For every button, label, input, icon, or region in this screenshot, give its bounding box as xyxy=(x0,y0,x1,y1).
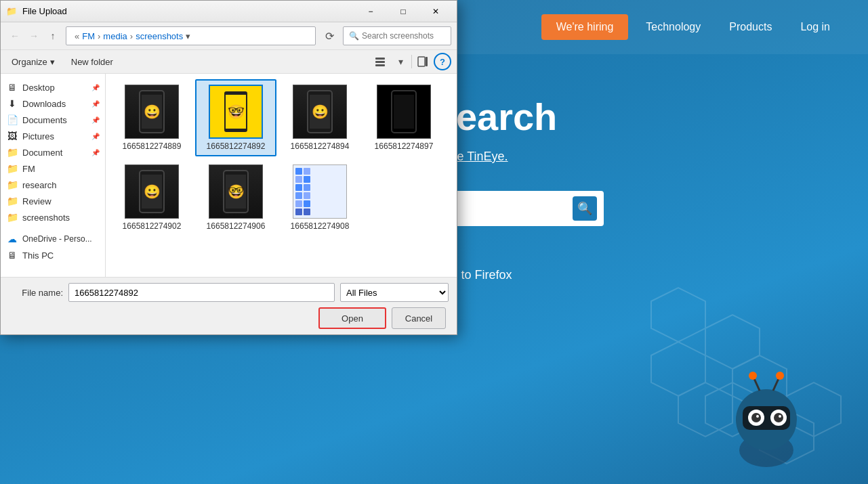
sidebar-item-fm[interactable]: 📁 FM xyxy=(1,160,105,177)
nav-arrows: ← → ↑ xyxy=(6,27,62,45)
pin-icon-5: 📌 xyxy=(91,149,100,156)
this-pc-label: This PC xyxy=(22,250,54,261)
pin-icon-2: 📌 xyxy=(91,100,100,108)
filetype-select[interactable]: All Files xyxy=(340,283,449,302)
minion-icon: 😀 xyxy=(144,105,161,118)
file-thumbnail-3: 😀 xyxy=(293,85,347,139)
path-dropdown[interactable]: ▾ xyxy=(183,31,193,41)
minion-icon-6: 🤓 xyxy=(228,185,245,198)
dialog-addressbar: ← → ↑ « FM › media › screenshots ▾ ⟳ 🔍 xyxy=(1,22,457,50)
search-input[interactable] xyxy=(362,31,445,41)
file-thumbnail-5: 😀 xyxy=(125,164,179,219)
file-dialog: 📁 File Upload − □ ✕ ← → ↑ « FM › media ›… xyxy=(0,0,457,335)
research-icon: 📁 xyxy=(6,179,18,191)
file-item-selected[interactable]: 🤓 1665812274892 xyxy=(195,79,276,156)
review-label: Review xyxy=(22,196,51,206)
pictures-label: Pictures xyxy=(22,131,54,141)
sidebar: 🖥 Desktop 📌 ⬇ Downloads 📌 📄 Documents 📌 xyxy=(1,74,106,277)
svg-rect-24 xyxy=(375,61,385,63)
minion-icon-3: 😀 xyxy=(312,105,329,118)
file-item-4[interactable]: 1665812274897 xyxy=(363,79,445,156)
dialog-overlay: 📁 File Upload − □ ✕ ← → ↑ « FM › media ›… xyxy=(0,0,868,484)
file-label-5: 1665812274902 xyxy=(123,221,182,231)
path-fm[interactable]: FM xyxy=(82,31,95,41)
view-list-button[interactable] xyxy=(371,53,390,70)
filename-row: File name: All Files xyxy=(9,283,449,302)
forward-button[interactable]: → xyxy=(25,27,43,45)
file-label: 1665812274889 xyxy=(123,141,182,151)
downloads-label: Downloads xyxy=(22,99,66,109)
file-label-7: 1665812274908 xyxy=(291,221,350,231)
document2-icon: 📁 xyxy=(6,146,18,158)
sidebar-item-desktop[interactable]: 🖥 Desktop 📌 xyxy=(1,79,105,95)
help-button[interactable]: ? xyxy=(434,53,451,70)
organize-label: Organize xyxy=(12,57,47,67)
back-button[interactable]: ← xyxy=(6,27,24,45)
file-item-3[interactable]: 😀 1665812274894 xyxy=(279,79,360,156)
file-item[interactable]: 😀 1665812274889 xyxy=(111,79,192,156)
refresh-button[interactable]: ⟳ xyxy=(320,26,339,45)
dialog-icon: 📁 xyxy=(6,6,17,17)
action-row: Open Cancel xyxy=(9,307,449,329)
search-icon: 🔍 xyxy=(349,31,359,41)
new-folder-button[interactable]: New folder xyxy=(66,54,119,70)
path-media[interactable]: media xyxy=(103,31,127,41)
documents-icon: 📄 xyxy=(6,114,18,126)
svg-rect-23 xyxy=(375,58,385,60)
pin-icon: 📌 xyxy=(91,84,100,91)
dialog-main: 🖥 Desktop 📌 ⬇ Downloads 📌 📄 Documents 📌 xyxy=(1,74,457,277)
file-label-2: 1665812274892 xyxy=(207,141,266,151)
this-pc-icon: 🖥 xyxy=(6,249,18,261)
svg-rect-26 xyxy=(418,57,425,66)
sidebar-item-document2[interactable]: 📁 Document 📌 xyxy=(1,144,105,160)
minion-icon-5: 😀 xyxy=(144,185,161,198)
file-thumbnail-4 xyxy=(377,85,431,139)
path-screenshots[interactable]: screenshots xyxy=(136,31,183,41)
file-item-6[interactable]: 🤓 1665812274906 xyxy=(195,159,276,236)
toolbar-separator xyxy=(411,55,412,68)
up-button[interactable]: ↑ xyxy=(44,27,62,45)
file-grid: 😀 1665812274889 🤓 xyxy=(106,74,457,277)
filename-label: File name: xyxy=(9,288,63,298)
preview-button[interactable] xyxy=(413,53,432,70)
desktop-label: Desktop xyxy=(22,83,55,93)
quick-access-section: 🖥 Desktop 📌 ⬇ Downloads 📌 📄 Documents 📌 xyxy=(1,79,105,225)
sidebar-item-pictures[interactable]: 🖼 Pictures 📌 xyxy=(1,128,105,144)
minimize-button[interactable]: − xyxy=(355,3,386,20)
close-button[interactable]: ✕ xyxy=(420,3,451,20)
dialog-title: File Upload xyxy=(22,6,350,16)
pin-icon-3: 📌 xyxy=(91,116,100,124)
address-path: « FM › media › screenshots ▾ xyxy=(66,26,316,45)
research-label: research xyxy=(22,180,57,190)
pictures-icon: 🖼 xyxy=(6,130,18,142)
sidebar-item-this-pc[interactable]: 🖥 This PC xyxy=(1,247,105,263)
sidebar-item-review[interactable]: 📁 Review xyxy=(1,193,105,209)
sidebar-item-documents[interactable]: 📄 Documents 📌 xyxy=(1,112,105,128)
documents-label: Documents xyxy=(22,115,67,125)
sidebar-item-screenshots[interactable]: 📁 screenshots xyxy=(1,209,105,225)
sidebar-item-research[interactable]: 📁 research xyxy=(1,177,105,193)
dialog-toolbar: Organize ▾ New folder ▾ xyxy=(1,50,457,74)
filename-input[interactable] xyxy=(68,283,335,302)
open-button[interactable]: Open xyxy=(318,307,386,329)
sidebar-item-onedrive[interactable]: ☁ OneDrive - Perso... xyxy=(1,231,105,247)
titlebar-controls: − □ ✕ xyxy=(355,3,451,20)
pin-icon-4: 📌 xyxy=(91,133,100,140)
view-dropdown-button[interactable]: ▾ xyxy=(391,53,410,70)
file-label-6: 1665812274906 xyxy=(207,221,266,231)
svg-rect-25 xyxy=(375,64,385,66)
view-controls: ▾ ? xyxy=(371,53,451,70)
file-item-7[interactable]: 1665812274908 xyxy=(279,159,360,236)
onedrive-icon: ☁ xyxy=(6,233,18,245)
dialog-titlebar: 📁 File Upload − □ ✕ xyxy=(1,1,457,22)
organize-button[interactable]: Organize ▾ xyxy=(6,54,60,70)
organize-arrow: ▾ xyxy=(50,57,55,67)
search-box: 🔍 xyxy=(343,26,451,45)
file-item-5[interactable]: 😀 1665812274902 xyxy=(111,159,192,236)
maximize-button[interactable]: □ xyxy=(388,3,419,20)
fm-label: FM xyxy=(22,164,35,174)
cancel-button[interactable]: Cancel xyxy=(392,307,446,329)
sidebar-item-downloads[interactable]: ⬇ Downloads 📌 xyxy=(1,95,105,112)
file-thumbnail-7 xyxy=(293,164,347,219)
path-arrow-1: › xyxy=(98,31,100,41)
